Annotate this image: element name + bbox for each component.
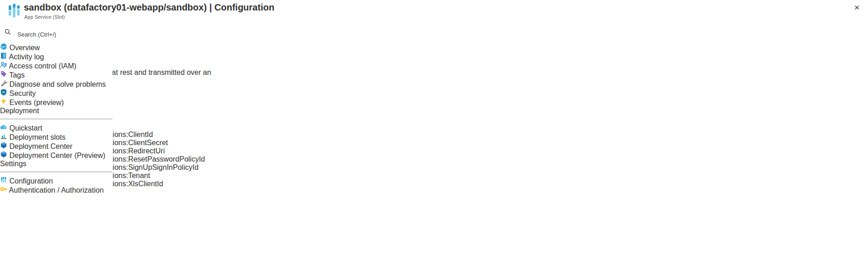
value-field-wrap bbox=[0, 233, 868, 245]
table-row: AppConfiguration:AzureAdB2COptions:Tenan… bbox=[0, 172, 868, 180]
azure-portal-page: sandbox (datafactory01-webapp/sandbox) |… bbox=[0, 0, 868, 273]
sidebar-item-label: Events (preview) bbox=[9, 99, 64, 106]
section-heading: Application settings bbox=[0, 60, 868, 68]
sidebar-item-events[interactable]: Events (preview) bbox=[0, 98, 113, 107]
sidebar-item-activity-log[interactable]: Activity log bbox=[0, 52, 113, 61]
description-line-1: Application settings are encrypted at re… bbox=[0, 68, 868, 77]
sidebar-item-label: Security bbox=[9, 89, 36, 97]
advanced-edit-button[interactable]: Advanced edit bbox=[0, 103, 868, 112]
table-row: AppConfiguration:AzureAdB2COptions:Clien… bbox=[0, 139, 868, 147]
overview-icon bbox=[0, 44, 9, 52]
activity-log-icon bbox=[0, 53, 9, 61]
sidebar-item-label: Deployment Center (Preview) bbox=[9, 152, 105, 159]
table-row: AppConfiguration:AzureAdB2COptions:Clien… bbox=[0, 131, 868, 139]
add-edit-setting-flyout: Add/Edit application setting ✕ Name Valu… bbox=[0, 188, 868, 253]
table-row: AppConfiguration:AzureAdB2COptions:XlsCl… bbox=[0, 180, 868, 188]
sidebar-item-label: Tags bbox=[9, 71, 25, 79]
divider bbox=[0, 119, 113, 120]
sidebar-section-settings: Settings bbox=[0, 160, 113, 168]
resource-menu-sidebar: Overview Activity log bbox=[0, 22, 113, 273]
search-icon bbox=[5, 29, 11, 37]
tab-default-documents[interactable]: Default documents bbox=[0, 52, 868, 60]
sidebar-item-tags[interactable]: Tags bbox=[0, 70, 113, 79]
page-title: sandbox (datafactory01-webapp/sandbox) |… bbox=[24, 2, 274, 13]
sidebar-search bbox=[5, 29, 107, 40]
sidebar-item-quickstart[interactable]: Quickstart bbox=[0, 123, 113, 132]
sidebar-item-label: Overview bbox=[9, 44, 40, 52]
sidebar-item-deployment-slots[interactable]: Deployment slots bbox=[0, 132, 113, 142]
tags-icon bbox=[0, 71, 9, 79]
value-field-label: Value bbox=[0, 225, 868, 233]
sidebar-item-label: Diagnose and solve problems bbox=[9, 80, 106, 88]
settings-actions: New application setting Show values A bbox=[0, 85, 868, 112]
tab-general-settings[interactable]: General settings bbox=[0, 44, 868, 52]
app-service-slot-icon bbox=[8, 4, 20, 18]
sidebar-item-label: Quickstart bbox=[9, 124, 42, 132]
configuration-icon bbox=[0, 177, 9, 185]
page-close-icon[interactable]: ✕ bbox=[854, 4, 860, 11]
table-row: AppConfiguration:AzureAdB2COptions:Reset… bbox=[0, 155, 868, 163]
authentication-icon bbox=[0, 186, 9, 194]
description-line-2: application at runtime. Learn more bbox=[0, 77, 868, 85]
sidebar-section-deployment: Deployment bbox=[0, 107, 113, 115]
section-description: Application settings are encrypted at re… bbox=[0, 68, 868, 85]
show-values-button[interactable]: Show values bbox=[0, 94, 868, 103]
quickstart-icon bbox=[0, 124, 9, 132]
app-settings-table: Name AppConfiguration:AzureAdB2COptions:… bbox=[0, 122, 868, 188]
column-header-name: Name bbox=[0, 122, 868, 131]
deployment-center-icon bbox=[0, 142, 9, 150]
table-row: AppConfiguration:AzureAdB2COptions:Redir… bbox=[0, 147, 868, 155]
sidebar-item-label: Authentication / Authorization bbox=[9, 186, 104, 194]
sidebar-item-label: Configuration bbox=[9, 177, 53, 185]
flyout-close-icon[interactable]: ✕ bbox=[0, 196, 868, 205]
configuration-content-pane: Refresh Save Discard bbox=[0, 8, 868, 188]
sidebar-item-label: Deployment Center bbox=[9, 142, 72, 150]
sidebar-item-deployment-center-preview[interactable]: Deployment Center (Preview) bbox=[0, 151, 113, 160]
discard-button[interactable]: Discard bbox=[0, 26, 868, 36]
page-subtitle: App Service (Slot) bbox=[24, 14, 65, 20]
settings-tabs: Application settings General settings De… bbox=[0, 36, 868, 60]
name-field-label: Name bbox=[0, 205, 868, 213]
sidebar-item-configuration[interactable]: Configuration bbox=[0, 176, 113, 185]
deployment-slots-icon bbox=[0, 133, 9, 141]
sidebar-item-access-control[interactable]: Access control (IAM) bbox=[0, 61, 113, 70]
access-control-icon bbox=[0, 62, 9, 70]
diagnose-icon bbox=[0, 80, 9, 88]
sidebar-item-label: Access control (IAM) bbox=[9, 62, 77, 70]
deployment-center-preview-icon bbox=[0, 152, 9, 159]
events-icon bbox=[0, 99, 9, 106]
name-field-wrap bbox=[0, 213, 868, 225]
table-row: AppConfiguration:AzureAdB2COptions:SignU… bbox=[0, 163, 868, 172]
page-header: sandbox (datafactory01-webapp/sandbox) |… bbox=[0, 0, 868, 22]
sidebar-item-deployment-center[interactable]: Deployment Center bbox=[0, 142, 113, 151]
sidebar-item-overview[interactable]: Overview bbox=[0, 43, 113, 52]
sidebar-item-label: Activity log bbox=[9, 53, 44, 61]
sidebar-item-authentication[interactable]: Authentication / Authorization bbox=[0, 185, 113, 194]
sidebar-item-security[interactable]: Security bbox=[0, 89, 113, 98]
flyout-title: Add/Edit application setting bbox=[0, 188, 868, 196]
sidebar-item-label: Deployment slots bbox=[9, 133, 65, 141]
new-application-setting-button[interactable]: New application setting bbox=[0, 85, 868, 94]
sidebar-item-diagnose[interactable]: Diagnose and solve problems bbox=[0, 79, 113, 89]
tab-application-settings[interactable]: Application settings bbox=[0, 36, 868, 44]
security-icon bbox=[0, 89, 9, 97]
divider bbox=[0, 172, 113, 173]
search-input[interactable] bbox=[16, 29, 103, 40]
filter-box bbox=[0, 112, 868, 122]
